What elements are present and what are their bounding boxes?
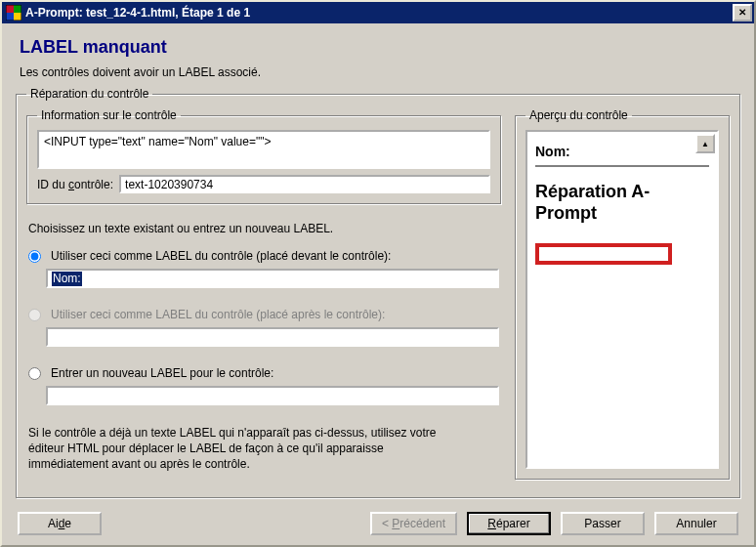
group-repair-legend: Réparation du contrôle — [26, 87, 152, 101]
cancel-button[interactable]: Annuler — [654, 512, 738, 535]
dialog-window: A-Prompt: test_12-4-1.html, Étape 1 de 1… — [0, 0, 756, 547]
svg-rect-1 — [14, 5, 21, 13]
page-heading: LABEL manquant — [20, 37, 740, 58]
close-button[interactable]: ✕ — [733, 4, 752, 21]
radio-label-before[interactable] — [28, 250, 41, 263]
help-button[interactable]: Aide — [18, 512, 102, 535]
close-icon: ✕ — [738, 8, 746, 18]
button-bar: Aide < Précédent Réparer Passer Annuler — [16, 506, 740, 535]
label-before-input[interactable]: Nom: — [46, 269, 499, 288]
chooser-instruction: Choisissez un texte existant ou entrez u… — [28, 222, 499, 235]
label-after-input[interactable] — [46, 327, 499, 347]
scroll-up-button[interactable]: ▲ — [695, 134, 715, 153]
radio-label-before-row[interactable]: Utiliser ceci comme LABEL du contrôle (p… — [28, 249, 499, 263]
group-control-info-legend: Information sur le contrôle — [37, 108, 181, 122]
app-icon — [6, 5, 21, 21]
left-column: Information sur le contrôle <INPUT type=… — [26, 108, 501, 487]
window-title: A-Prompt: test_12-4-1.html, Étape 1 de 1 — [25, 6, 250, 20]
control-id-input[interactable] — [119, 175, 490, 193]
label-new-input[interactable] — [46, 386, 499, 405]
preview-field-label: Nom: — [535, 144, 709, 159]
skip-button[interactable]: Passer — [561, 512, 645, 535]
radio-label-new-text: Entrer un nouveau LABEL pour le contrôle… — [51, 366, 273, 380]
preview-highlighted-input — [535, 243, 672, 265]
titlebar: A-Prompt: test_12-4-1.html, Étape 1 de 1… — [2, 2, 754, 23]
intro-text: Les contrôles doivent avoir un LABEL ass… — [20, 65, 740, 79]
control-id-label: ID du contrôle: — [37, 178, 113, 191]
control-source-display: <INPUT type="text" name="Nom" value=""> — [37, 130, 490, 169]
help-note: Si le contrôle a déjà un texte LABEL qui… — [28, 425, 458, 473]
previous-button: < Précédent — [370, 512, 457, 535]
group-preview-legend: Aperçu du contrôle — [525, 108, 632, 122]
group-repair: Réparation du contrôle Information sur l… — [16, 87, 740, 498]
radio-label-after-text: Utiliser ceci comme LABEL du contrôle (p… — [51, 308, 385, 321]
radio-label-new[interactable] — [28, 367, 41, 380]
preview-divider — [535, 165, 709, 168]
svg-rect-2 — [6, 13, 14, 21]
preview-title: Réparation A-Prompt — [535, 182, 709, 224]
preview-pane: ▲ Nom: Réparation A-Prompt — [525, 130, 719, 469]
client-area: LABEL manquant Les contrôles doivent avo… — [2, 23, 754, 545]
group-control-info: Information sur le contrôle <INPUT type=… — [26, 108, 501, 204]
radio-label-before-text: Utiliser ceci comme LABEL du contrôle (p… — [51, 249, 391, 263]
radio-label-after — [28, 309, 41, 321]
repair-button[interactable]: Réparer — [467, 512, 551, 535]
chevron-up-icon: ▲ — [701, 140, 709, 148]
right-column: Aperçu du contrôle ▲ Nom: Réparation A-P… — [515, 108, 730, 487]
svg-rect-0 — [6, 5, 14, 13]
radio-label-after-row: Utiliser ceci comme LABEL du contrôle (p… — [28, 308, 499, 321]
label-before-value: Nom: — [52, 272, 82, 286]
radio-label-new-row[interactable]: Entrer un nouveau LABEL pour le contrôle… — [28, 366, 499, 380]
group-preview: Aperçu du contrôle ▲ Nom: Réparation A-P… — [515, 108, 730, 480]
svg-rect-3 — [14, 13, 21, 21]
